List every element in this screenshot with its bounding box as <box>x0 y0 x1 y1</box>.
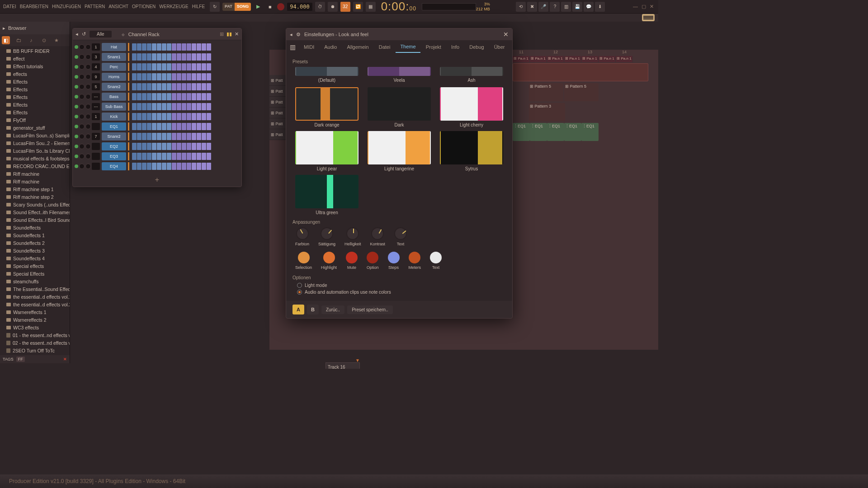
step-button[interactable] <box>182 123 186 130</box>
step-button[interactable] <box>147 113 151 120</box>
step-button[interactable] <box>137 103 142 110</box>
step-button[interactable] <box>162 103 166 110</box>
step-button[interactable] <box>142 63 146 70</box>
step-button[interactable] <box>132 123 137 130</box>
channel-name-button[interactable]: EQ4 <box>102 162 126 170</box>
browser-fx-icon[interactable]: ♪ <box>27 36 35 44</box>
view2-icon[interactable]: 💾 <box>572 2 582 12</box>
channel-led[interactable] <box>75 135 78 138</box>
browser-item[interactable]: Effects <box>0 93 70 101</box>
step-button[interactable] <box>137 83 142 90</box>
step-sequencer-row[interactable] <box>132 83 211 90</box>
menu-hilfe[interactable]: HILFE <box>191 3 206 10</box>
clip-eq[interactable]: ⋮EQ1 <box>564 123 581 141</box>
gear-icon[interactable]: ⚙ <box>296 32 301 38</box>
browser-item[interactable]: Soundeffects 3 <box>0 247 70 254</box>
knob-farbton[interactable] <box>296 227 309 240</box>
browser-item[interactable]: musical effects & footsteps <box>0 155 70 162</box>
step-button[interactable] <box>142 103 146 110</box>
channel-pan-knob[interactable] <box>79 144 85 149</box>
preset-ultra-green[interactable]: Ultra green <box>292 175 361 215</box>
step-button[interactable] <box>202 163 206 170</box>
step-button[interactable] <box>197 153 201 160</box>
channel-name-button[interactable]: Horns <box>102 73 126 81</box>
channel-route[interactable]: 7 <box>92 133 100 140</box>
step-button[interactable] <box>207 123 211 130</box>
step-button[interactable] <box>162 73 166 80</box>
step-button[interactable] <box>152 83 156 90</box>
browser-item[interactable]: Soundeffects <box>0 224 70 231</box>
step-button[interactable] <box>197 43 201 51</box>
step-button[interactable] <box>202 93 206 100</box>
browser-item[interactable]: Riff machine step 2 <box>0 193 70 201</box>
step-button[interactable] <box>167 43 171 51</box>
channel-led[interactable] <box>75 45 78 49</box>
preset-light-pear[interactable]: Light pear <box>292 131 361 171</box>
step-button[interactable] <box>197 53 201 61</box>
step-button[interactable] <box>147 153 151 160</box>
step-button[interactable] <box>207 83 211 90</box>
channel-pan-knob[interactable] <box>79 74 85 80</box>
step-button[interactable] <box>152 103 156 110</box>
tab-ueber[interactable]: Über <box>490 42 509 52</box>
channel-name-button[interactable]: Sub Bass <box>102 103 126 111</box>
channel-vol-knob[interactable] <box>85 94 91 99</box>
browser-item[interactable]: effect <box>0 55 70 62</box>
step-button[interactable] <box>137 63 142 70</box>
step-button[interactable] <box>162 53 166 61</box>
step-button[interactable] <box>177 53 181 61</box>
channel-pan-knob[interactable] <box>79 94 85 99</box>
channel-vol-knob[interactable] <box>85 74 91 80</box>
browser-item[interactable]: Soundeffects 4 <box>0 254 70 262</box>
step-button[interactable] <box>177 113 181 120</box>
browser-item[interactable]: Soundeffects 1 <box>0 231 70 239</box>
clip-eq[interactable]: ⋮EQ1 <box>581 123 599 141</box>
channel-led[interactable] <box>75 115 78 118</box>
step-button[interactable] <box>162 113 166 120</box>
step-button[interactable] <box>187 153 191 160</box>
channel-vol-knob[interactable] <box>85 104 91 109</box>
step-button[interactable] <box>177 73 181 80</box>
step-button[interactable] <box>152 73 156 80</box>
step-button[interactable] <box>157 73 161 80</box>
channel-vol-knob[interactable] <box>85 84 91 89</box>
step-button[interactable] <box>172 153 176 160</box>
step-button[interactable] <box>172 53 176 61</box>
settings-close-icon[interactable]: ✕ <box>503 31 509 38</box>
step-button[interactable] <box>172 43 176 51</box>
preset-light-tangerine[interactable]: Light tangerine <box>365 131 434 171</box>
step-button[interactable] <box>177 43 181 51</box>
tab-datei[interactable]: Datei <box>374 42 395 52</box>
browser-item[interactable]: effects <box>0 70 70 78</box>
step-button[interactable] <box>187 73 191 80</box>
step-button[interactable] <box>207 143 211 150</box>
clip-eq[interactable]: ⋮EQ1 <box>513 123 530 141</box>
step-button[interactable] <box>157 123 161 130</box>
knob-kontrast[interactable] <box>371 227 384 240</box>
step-icon[interactable]: ▮▮ <box>226 31 232 37</box>
step-button[interactable] <box>162 123 166 130</box>
browser-item[interactable]: Effects <box>0 101 70 108</box>
step-button[interactable] <box>147 93 151 100</box>
browser-item[interactable]: BB RUFF RIDER <box>0 47 70 55</box>
step-button[interactable] <box>162 43 166 51</box>
step-button[interactable] <box>162 163 166 170</box>
hamburger-icon[interactable] <box>642 14 655 21</box>
patt-item[interactable]: ⊞ Patt <box>269 86 288 97</box>
step-button[interactable] <box>137 133 142 140</box>
step-button[interactable] <box>202 123 206 130</box>
browser-item[interactable]: Riff machine step 1 <box>0 185 70 193</box>
step-button[interactable] <box>197 123 201 130</box>
step-button[interactable] <box>162 153 166 160</box>
browser-item[interactable]: the essential..d effects vol.2 <box>0 300 70 308</box>
step-button[interactable] <box>137 43 142 51</box>
browser-fav-icon[interactable]: ★ <box>52 36 61 44</box>
channel-pan-knob[interactable] <box>79 154 85 159</box>
step-button[interactable] <box>137 93 142 100</box>
step-button[interactable] <box>137 143 142 150</box>
step-sequencer-row[interactable] <box>132 53 211 61</box>
step-button[interactable] <box>207 43 211 51</box>
add-channel-button[interactable]: + <box>73 173 241 187</box>
step-button[interactable] <box>177 133 181 140</box>
close-icon[interactable]: ✕ <box>650 4 654 9</box>
